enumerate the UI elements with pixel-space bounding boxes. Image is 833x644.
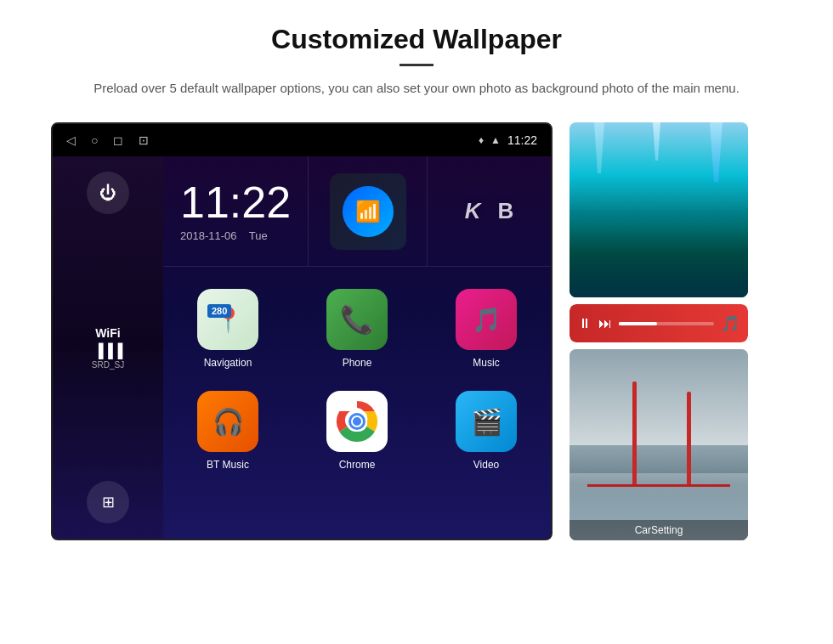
day-value: Tue [249, 229, 268, 242]
main-content: ◁ ○ ◻ ⊡ ♦ ▲ 11:22 ⏻ [0, 122, 833, 540]
right-panel: ⏸ ⏭ 🎵 [570, 122, 748, 540]
apps-grid-icon: ⊞ [102, 493, 115, 511]
wallpaper-ice-image [570, 122, 748, 297]
app-chrome[interactable]: Chrome [292, 377, 422, 479]
wifi-network-name: SRD_SJ [92, 360, 124, 370]
wallpaper-bridge-image [570, 349, 748, 540]
wifi-icon: ▲ [490, 134, 501, 146]
clock-date: 2018-11-06 Tue [180, 229, 291, 242]
chrome-icon [326, 391, 388, 452]
device-body: ⏻ WiFi ▐▐▐ SRD_SJ ⊞ [53, 156, 551, 539]
header-section: Customized Wallpaper Preload over 5 defa… [0, 0, 833, 114]
svg-point-3 [353, 417, 361, 426]
phone-icon: 📞 [326, 289, 388, 350]
phone-symbol: 📞 [340, 303, 374, 336]
music-symbol: 🎵 [472, 306, 502, 334]
media-b-label: B [498, 198, 514, 224]
header-divider [400, 64, 434, 66]
recent-nav-icon[interactable]: ◻ [113, 133, 123, 147]
wifi-signal-icon: 📶 [355, 200, 381, 223]
app-music[interactable]: 🎵 Music [422, 275, 551, 377]
power-button[interactable]: ⏻ [87, 172, 129, 214]
video-symbol: 🎬 [471, 407, 502, 437]
wifi-signal-bars: ▐▐▐ [92, 343, 124, 359]
screenshot-nav-icon[interactable]: ⊡ [139, 133, 149, 147]
wifi-widget[interactable]: 📶 [330, 173, 406, 250]
btmusic-label: BT Music [207, 459, 249, 471]
nav-map-pin: 📍 [213, 306, 243, 334]
music-label: Music [473, 357, 499, 369]
player-progress-bar[interactable] [619, 322, 714, 325]
album-art-icon: 🎵 [721, 314, 740, 333]
chrome-label: Chrome [339, 459, 376, 471]
power-icon: ⏻ [99, 184, 116, 203]
status-time: 11:22 [507, 133, 537, 147]
navigation-icon: 📍 [197, 289, 258, 350]
app-phone[interactable]: 📞 Phone [292, 275, 422, 377]
music-icon: 🎵 [456, 289, 517, 350]
back-nav-icon[interactable]: ◁ [66, 133, 76, 147]
left-sidebar: ⏻ WiFi ▐▐▐ SRD_SJ ⊞ [53, 156, 163, 539]
wifi-widget-inner: 📶 [343, 186, 394, 237]
apps-grid-button[interactable]: ⊞ [87, 481, 129, 523]
player-icon2[interactable]: ⏭ [598, 316, 612, 331]
media-k-label: K [465, 198, 481, 224]
bluetooth-symbol: 🎧 [212, 407, 244, 437]
wallpaper-middle-card: ⏸ ⏭ 🎵 [570, 304, 748, 342]
phone-label: Phone [343, 357, 372, 369]
wifi-widget-section: 📶 [309, 156, 428, 266]
wallpaper-bridge-card[interactable]: CarSetting [570, 349, 748, 540]
wifi-label: WiFi [92, 326, 124, 340]
page-wrapper: Customized Wallpaper Preload over 5 defa… [0, 0, 833, 540]
video-label: Video [473, 459, 499, 471]
time-section: 11:22 2018-11-06 Tue [163, 156, 309, 266]
btmusic-icon: 🎧 [197, 391, 258, 452]
nav-map-graphic: 📍 [197, 289, 258, 350]
app-btmusic[interactable]: 🎧 BT Music [163, 377, 292, 479]
wallpaper-bridge-label: CarSetting [570, 520, 748, 540]
app-navigation[interactable]: 📍 Navigation [163, 275, 292, 377]
date-value: 2018-11-06 [180, 229, 237, 242]
page-title: Customized Wallpaper [68, 24, 765, 55]
device-mockup: ◁ ○ ◻ ⊡ ♦ ▲ 11:22 ⏻ [51, 122, 552, 540]
status-bar-left: ◁ ○ ◻ ⊡ [66, 133, 149, 147]
media-section: K B [428, 156, 551, 266]
home-nav-icon[interactable]: ○ [91, 133, 98, 147]
status-bar-right: ♦ ▲ 11:22 [479, 133, 537, 147]
app-grid: 📍 Navigation 📞 Phone [163, 267, 551, 488]
video-icon: 🎬 [456, 391, 517, 452]
clock-time: 11:22 [180, 180, 291, 224]
chrome-svg [333, 398, 381, 445]
navigation-label: Navigation [204, 357, 252, 369]
wifi-info: WiFi ▐▐▐ SRD_SJ [92, 326, 124, 370]
location-icon: ♦ [479, 134, 484, 146]
header-description: Preload over 5 default wallpaper options… [68, 78, 765, 99]
app-video[interactable]: 🎬 Video [422, 377, 551, 479]
wallpaper-ice-card[interactable] [570, 122, 748, 297]
player-icon[interactable]: ⏸ [578, 316, 592, 331]
status-bar: ◁ ○ ◻ ⊡ ♦ ▲ 11:22 [53, 124, 551, 156]
btmusic-graphic: 🎧 [197, 391, 258, 452]
top-info-bar: 11:22 2018-11-06 Tue 📶 [163, 156, 551, 267]
main-screen: 11:22 2018-11-06 Tue 📶 [163, 156, 551, 539]
